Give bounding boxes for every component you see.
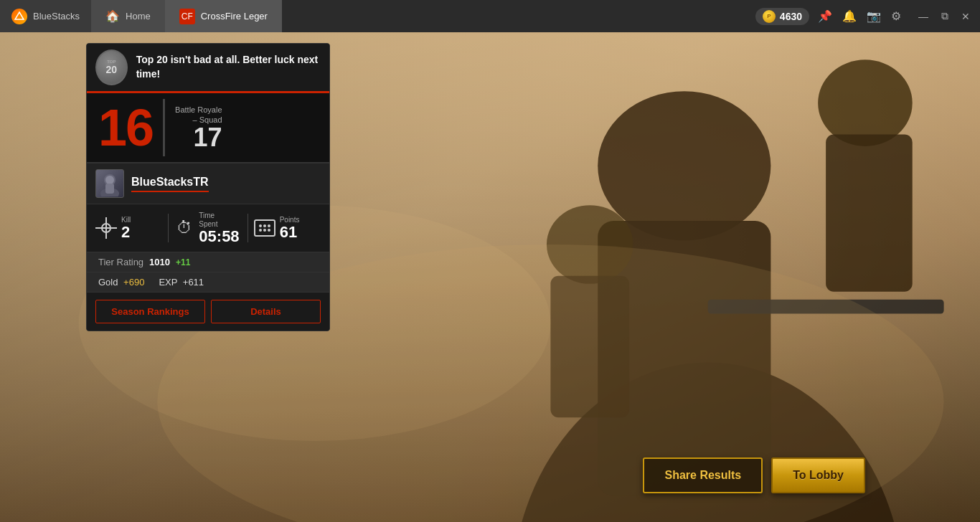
svg-point-7 [818, 60, 913, 146]
player-underline [131, 191, 209, 192]
player-row: BlueStacksTR [87, 163, 329, 204]
crosshair-icon [95, 217, 117, 239]
total-players: 17 [193, 125, 222, 151]
to-lobby-button[interactable]: To Lobby [771, 457, 865, 493]
time-value: 05:58 [199, 229, 239, 245]
clock-icon: ⏱ [174, 219, 194, 237]
titlebar-right: P 4630 📌 🔔 📷 ⚙ — ⧉ ✕ [755, 8, 980, 25]
settings-icon[interactable]: ⚙ [891, 9, 901, 23]
gold-value: +690 [123, 277, 144, 288]
tier-change: +11 [176, 257, 190, 267]
tier-row: Tier Rating 1010 +11 [87, 252, 329, 272]
rank-divider [163, 99, 165, 156]
result-message: Top 20 isn't bad at all. Better luck nex… [136, 53, 321, 81]
bottom-buttons: Share Results To Lobby [643, 457, 865, 493]
home-tab[interactable]: 🏠 Home [91, 0, 165, 32]
gold-label: Gold [98, 277, 118, 288]
bluestacks-label: BlueStacks [33, 11, 80, 22]
points-value: 61 [280, 224, 300, 240]
rank-right: Battle Royale– Squad 17 [175, 105, 222, 151]
titlebar-icons: 📌 🔔 📷 ⚙ [818, 9, 901, 23]
rewards-row: Gold +690 EXP +611 [87, 272, 329, 293]
coin-icon: P [763, 10, 776, 23]
points-stat: Points 61 [254, 216, 321, 240]
player-info: BlueStacksTR [131, 176, 209, 192]
stats-row: Kill 2 ⏱ TimeSpent 05:58 [87, 204, 329, 252]
svg-rect-16 [105, 184, 114, 194]
pin-icon[interactable]: 📌 [818, 9, 832, 23]
player-name: BlueStacksTR [131, 176, 209, 189]
exp-label: EXP [159, 277, 177, 288]
minimize-button[interactable]: — [915, 9, 931, 24]
titlebar-left: BlueStacks 🏠 Home CF CrossFire Leger [0, 0, 282, 32]
restore-button[interactable]: ⧉ [938, 9, 951, 24]
exp-reward: EXP +611 [159, 277, 204, 288]
svg-point-15 [105, 176, 114, 184]
time-stat: ⏱ TimeSpent 05:58 [174, 212, 241, 245]
stat-divider-1 [168, 214, 169, 242]
season-rankings-button[interactable]: Season Rankings [95, 300, 205, 323]
bluestacks-tab[interactable]: BlueStacks [0, 0, 91, 32]
gold-reward: Gold +690 [98, 277, 144, 288]
card-buttons-row: Season Rankings Details [87, 293, 329, 331]
home-icon: 🏠 [105, 9, 120, 23]
kill-stat: Kill 2 [95, 216, 162, 240]
home-tab-label: Home [126, 11, 151, 22]
bluestacks-logo [11, 9, 27, 24]
share-results-button[interactable]: Share Results [643, 457, 763, 493]
details-button[interactable]: Details [211, 300, 321, 323]
main-content: TOP 20 Top 20 isn't bad at all. Better l… [0, 32, 980, 522]
svg-point-4 [598, 91, 771, 240]
camera-icon[interactable]: 📷 [867, 9, 881, 23]
notification-icon[interactable]: 🔔 [842, 9, 857, 23]
stat-divider-2 [248, 214, 248, 242]
result-card: TOP 20 Top 20 isn't bad at all. Better l… [86, 43, 330, 331]
tier-value: 1010 [149, 257, 170, 267]
coin-amount: 4630 [780, 11, 802, 22]
player-avatar [95, 169, 124, 198]
points-icon [254, 219, 275, 237]
kill-value: 2 [121, 224, 131, 240]
coin-badge: P 4630 [755, 8, 809, 25]
top20-badge: TOP 20 [95, 49, 128, 85]
titlebar: BlueStacks 🏠 Home CF CrossFire Leger P 4… [0, 0, 980, 32]
result-header: TOP 20 Top 20 isn't bad at all. Better l… [87, 44, 329, 93]
rank-row: 16 Battle Royale– Squad 17 [87, 93, 329, 163]
game-tab-icon: CF [179, 9, 195, 24]
tier-label: Tier Rating [98, 257, 143, 267]
game-tab[interactable]: CF CrossFire Leger [165, 0, 282, 32]
rank-number: 16 [98, 102, 153, 153]
game-tab-label: CrossFire Leger [201, 11, 268, 22]
time-label: TimeSpent [199, 212, 239, 229]
points-info: Points 61 [280, 216, 300, 240]
window-controls: — ⧉ ✕ [915, 9, 973, 24]
time-info: TimeSpent 05:58 [199, 212, 239, 245]
kill-info: Kill 2 [121, 216, 131, 240]
close-button[interactable]: ✕ [958, 9, 973, 24]
exp-value: +611 [183, 277, 204, 288]
mode-label: Battle Royale– Squad [175, 105, 222, 125]
svg-rect-8 [826, 135, 913, 292]
svg-marker-0 [15, 12, 24, 19]
